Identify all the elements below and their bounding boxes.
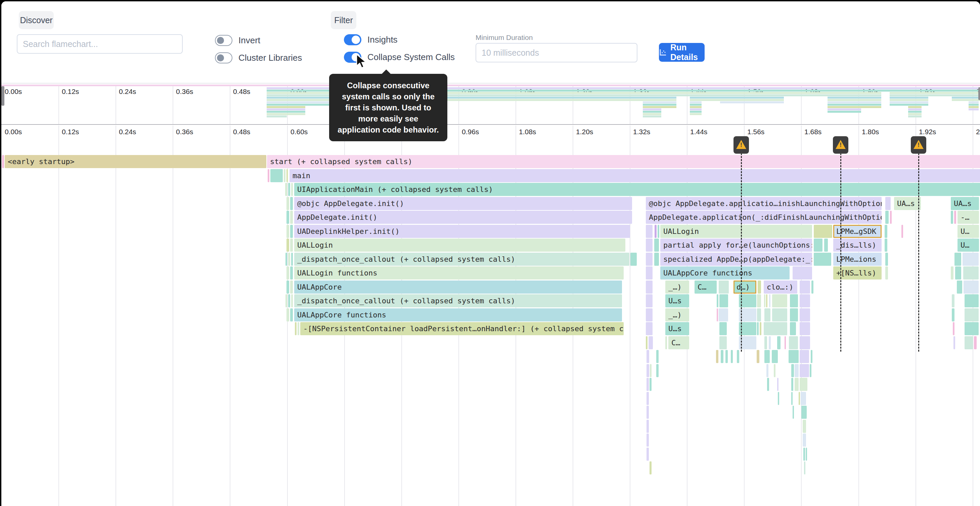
- flame-bar[interactable]: [285, 253, 287, 266]
- flame-bar[interactable]: [769, 294, 770, 307]
- search-input[interactable]: [17, 34, 183, 54]
- flame-bar[interactable]: _dispatch_once_callout (+ collapsed syst…: [294, 253, 629, 266]
- flame-bar[interactable]: [790, 294, 798, 307]
- flame-bar[interactable]: [290, 308, 293, 322]
- warning-icon[interactable]: !: [833, 136, 848, 154]
- flame-bar[interactable]: [758, 281, 761, 293]
- flame-bar[interactable]: [719, 281, 729, 293]
- flame-bar[interactable]: [646, 239, 652, 252]
- flame-bar[interactable]: [295, 322, 297, 335]
- flame-bar[interactable]: [764, 322, 787, 335]
- flame-bar[interactable]: [957, 281, 962, 293]
- flame-bar[interactable]: [955, 253, 961, 266]
- flame-bar[interactable]: U…s: [665, 322, 689, 335]
- flame-bar[interactable]: [716, 350, 718, 363]
- flame-bar[interactable]: [286, 211, 289, 224]
- flame-bar[interactable]: [772, 350, 778, 363]
- flame-bar[interactable]: [757, 322, 759, 335]
- flame-bar[interactable]: [800, 322, 810, 335]
- flame-bar[interactable]: [804, 462, 805, 474]
- flame-bar[interactable]: [719, 336, 727, 349]
- flame-bar[interactable]: [955, 266, 961, 279]
- flame-bar[interactable]: [656, 350, 659, 363]
- flame-bar[interactable]: [284, 169, 285, 182]
- flame-bar[interactable]: clo…:): [764, 281, 797, 293]
- flame-bar[interactable]: [286, 308, 289, 322]
- flame-bar[interactable]: [291, 183, 293, 196]
- flame-bar[interactable]: [963, 253, 978, 266]
- minimum-duration-input[interactable]: [476, 43, 638, 62]
- flame-bar[interactable]: [646, 447, 649, 461]
- flame-bar[interactable]: [767, 364, 768, 377]
- flame-bar[interactable]: C…: [668, 336, 689, 349]
- flame-bar[interactable]: [717, 294, 718, 307]
- flame-bar[interactable]: [285, 183, 287, 196]
- flame-bar[interactable]: [646, 322, 652, 335]
- flame-bar[interactable]: [649, 462, 652, 474]
- flame-bar[interactable]: [656, 364, 659, 377]
- flame-bar[interactable]: [964, 294, 978, 307]
- flame-bar[interactable]: [646, 253, 652, 266]
- flame-bar[interactable]: [646, 336, 648, 349]
- insights-toggle[interactable]: [344, 34, 361, 45]
- flame-bar[interactable]: [764, 308, 770, 322]
- flame-bar[interactable]: [757, 294, 761, 307]
- flame-bar[interactable]: [800, 281, 810, 293]
- flame-bar[interactable]: [721, 350, 724, 363]
- flame-bar[interactable]: [791, 392, 792, 405]
- flame-bar[interactable]: [646, 433, 649, 447]
- flame-bar[interactable]: [286, 266, 289, 279]
- flame-bar[interactable]: [757, 308, 761, 322]
- flame-bar[interactable]: [953, 336, 955, 349]
- flame-bar[interactable]: [951, 211, 953, 224]
- flame-bar[interactable]: UALLogin: [294, 239, 625, 252]
- flame-bar[interactable]: [814, 239, 822, 252]
- flame-bar[interactable]: [290, 281, 293, 293]
- flame-bar[interactable]: C…: [695, 281, 717, 293]
- flame-bar[interactable]: [791, 364, 794, 377]
- flame-bar[interactable]: [814, 225, 832, 238]
- flame-bar[interactable]: UA…s: [951, 197, 979, 210]
- warning-icon[interactable]: !: [911, 136, 926, 154]
- flame-bar[interactable]: [760, 322, 761, 335]
- flame-bar[interactable]: [646, 406, 649, 419]
- flame-bar[interactable]: [650, 364, 652, 377]
- flame-bar[interactable]: [646, 266, 652, 279]
- flame-bar[interactable]: UALLogin: [660, 225, 812, 238]
- flame-bar[interactable]: UADeeplinkHelper.init(): [294, 225, 630, 238]
- flame-bar[interactable]: [795, 378, 799, 391]
- flame-bar[interactable]: [810, 364, 811, 377]
- flame-bar[interactable]: [954, 211, 956, 224]
- flame-bar[interactable]: [772, 294, 787, 307]
- flame-bar[interactable]: [803, 433, 806, 447]
- flame-bar[interactable]: [285, 294, 287, 307]
- flame-bar[interactable]: [789, 336, 798, 349]
- flame-bar[interactable]: [774, 364, 775, 377]
- flame-bar[interactable]: [795, 364, 799, 377]
- flame-bar[interactable]: [885, 211, 889, 224]
- flame-bar[interactable]: @objc AppDelegate.applicatio…inishLaunch…: [646, 197, 881, 210]
- flame-bar[interactable]: [777, 336, 781, 349]
- flame-bar[interactable]: U…: [958, 225, 979, 238]
- flame-bar[interactable]: [824, 239, 828, 252]
- flame-bar[interactable]: [757, 350, 759, 363]
- flame-bar[interactable]: [811, 281, 813, 293]
- warning-icon[interactable]: !: [733, 136, 749, 154]
- flame-bar[interactable]: UALLogin functions: [294, 266, 624, 279]
- flame-bar[interactable]: [731, 350, 733, 363]
- flame-bar[interactable]: [268, 169, 269, 182]
- flame-bar[interactable]: [286, 239, 289, 252]
- flame-bar[interactable]: [885, 266, 888, 279]
- flame-bar[interactable]: [801, 392, 806, 405]
- flame-bar[interactable]: [974, 336, 977, 349]
- run-details-button[interactable]: Run Details: [659, 43, 705, 62]
- flame-bar[interactable]: [630, 253, 637, 266]
- flame-bar[interactable]: [800, 378, 807, 391]
- flame-bar[interactable]: [646, 420, 649, 433]
- flame-bar[interactable]: [654, 253, 659, 266]
- flame-bar[interactable]: [784, 336, 786, 349]
- flame-bar[interactable]: [737, 350, 739, 363]
- flame-bar[interactable]: [665, 336, 667, 349]
- flame-bar[interactable]: [646, 294, 652, 307]
- flame-bar[interactable]: [286, 225, 289, 238]
